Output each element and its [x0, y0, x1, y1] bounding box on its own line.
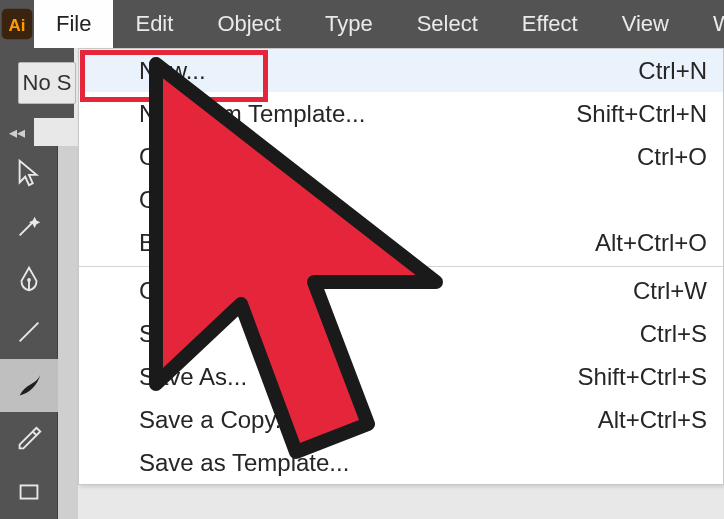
menu-item-new[interactable]: New... Ctrl+N: [79, 49, 723, 92]
menu-item-shortcut: Shift+Ctrl+N: [576, 100, 707, 128]
menu-item-open-recent[interactable]: Open Recent Files: [79, 178, 723, 221]
menu-separator: [79, 266, 723, 267]
menu-view[interactable]: View: [600, 0, 691, 48]
panel-collapse-icon[interactable]: ◂◂: [0, 118, 34, 146]
menu-type[interactable]: Type: [303, 0, 395, 48]
menu-item-label: Open...: [139, 143, 218, 171]
menu-type-label: Type: [325, 11, 373, 37]
menubar: Ai File Edit Object Type Select Effect V…: [0, 0, 724, 48]
app-logo-icon: Ai: [0, 0, 34, 48]
menu-item-shortcut: Alt+Ctrl+S: [598, 406, 707, 434]
line-tool[interactable]: [0, 306, 58, 359]
magic-wand-tool[interactable]: [0, 199, 58, 252]
menu-object[interactable]: Object: [195, 0, 303, 48]
menu-item-label: Save: [139, 320, 194, 348]
menu-item-label: New...: [139, 57, 206, 85]
shape-tool[interactable]: [0, 466, 58, 519]
menu-item-shortcut: Ctrl+W: [633, 277, 707, 305]
menu-item-browse-bridge[interactable]: Browse in Bridge... Alt+Ctrl+O: [79, 221, 723, 264]
menu-item-shortcut: Shift+Ctrl+S: [578, 363, 707, 391]
menu-item-label: Save As...: [139, 363, 247, 391]
menu-effect[interactable]: Effect: [500, 0, 600, 48]
menu-object-label: Object: [217, 11, 281, 37]
svg-point-3: [27, 278, 31, 282]
magic-wand-icon: [14, 211, 44, 241]
menu-item-label: Close: [139, 277, 200, 305]
menu-edit[interactable]: Edit: [113, 0, 195, 48]
no-selection-chip[interactable]: No S: [18, 62, 76, 104]
menu-item-label: New from Template...: [139, 100, 365, 128]
menu-item-label: Open Recent Files: [139, 186, 338, 214]
pencil-tool[interactable]: [0, 412, 58, 465]
menu-select[interactable]: Select: [395, 0, 500, 48]
pen-tool[interactable]: [0, 253, 58, 306]
menu-file[interactable]: File: [34, 0, 113, 48]
menu-item-close[interactable]: Close Ctrl+W: [79, 269, 723, 312]
no-selection-label: No S: [23, 70, 72, 96]
selection-tool-icon: [14, 158, 44, 188]
svg-text:Ai: Ai: [8, 16, 25, 35]
menu-item-shortcut: Ctrl+N: [638, 57, 707, 85]
shape-tool-icon: [14, 477, 44, 507]
menu-item-new-from-template[interactable]: New from Template... Shift+Ctrl+N: [79, 92, 723, 135]
app-root: Ai File Edit Object Type Select Effect V…: [0, 0, 724, 519]
menu-item-save-template[interactable]: Save as Template...: [79, 441, 723, 484]
menu-window[interactable]: Windo: [691, 0, 724, 48]
menu-item-open[interactable]: Open... Ctrl+O: [79, 135, 723, 178]
menu-item-shortcut: Ctrl+O: [637, 143, 707, 171]
file-menu-dropdown: New... Ctrl+N New from Template... Shift…: [78, 48, 724, 485]
menu-item-shortcut: Alt+Ctrl+O: [595, 229, 707, 257]
menu-select-label: Select: [417, 11, 478, 37]
svg-rect-5: [20, 486, 37, 499]
canvas-gutter: [58, 146, 78, 519]
svg-line-4: [19, 323, 38, 342]
menu-item-label: Save a Copy...: [139, 406, 295, 434]
menu-item-shortcut: Ctrl+S: [640, 320, 707, 348]
line-tool-icon: [14, 317, 44, 347]
menu-view-label: View: [622, 11, 669, 37]
selection-tool[interactable]: [0, 146, 58, 199]
menu-item-save-copy[interactable]: Save a Copy... Alt+Ctrl+S: [79, 398, 723, 441]
menu-file-label: File: [56, 11, 91, 37]
menu-window-label: Windo: [713, 11, 724, 37]
brush-tool-icon: [14, 371, 44, 401]
menu-effect-label: Effect: [522, 11, 578, 37]
menu-item-label: Save as Template...: [139, 449, 349, 477]
menu-item-label: Browse in Bridge...: [139, 229, 340, 257]
menu-item-save[interactable]: Save Ctrl+S: [79, 312, 723, 355]
tool-panel: [0, 146, 58, 519]
brush-tool[interactable]: [0, 359, 58, 412]
menu-item-save-as[interactable]: Save As... Shift+Ctrl+S: [79, 355, 723, 398]
pencil-tool-icon: [14, 424, 44, 454]
menu-edit-label: Edit: [135, 11, 173, 37]
pen-tool-icon: [14, 264, 44, 294]
